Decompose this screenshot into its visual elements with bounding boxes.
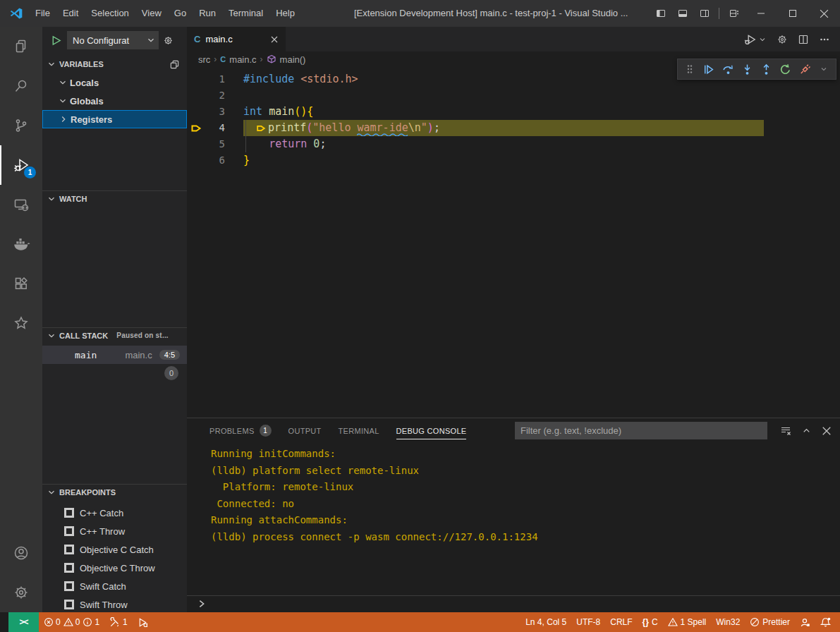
clear-console-icon[interactable] <box>780 425 791 437</box>
extensions-icon[interactable] <box>0 264 42 303</box>
debug-configuration-dropdown[interactable]: No Configurat <box>67 31 159 49</box>
disconnect-icon[interactable] <box>798 60 812 78</box>
explorer-icon[interactable] <box>0 27 42 66</box>
breakpoint-row[interactable]: Swift Throw <box>42 595 187 612</box>
toggle-panel-icon[interactable] <box>671 0 693 27</box>
menu-run[interactable]: Run <box>193 0 222 27</box>
error-icon <box>44 617 54 627</box>
stack-frame-row[interactable]: mainmain.c4:5 <box>42 346 187 364</box>
docker-icon[interactable] <box>0 224 42 264</box>
remote-indicator[interactable]: >< <box>8 612 39 632</box>
panel-tab-terminal[interactable]: TERMINAL <box>330 418 388 443</box>
split-editor-icon[interactable] <box>798 34 809 45</box>
maximize-button[interactable] <box>777 0 808 27</box>
menu-file[interactable]: File <box>29 0 56 27</box>
debug-console-filter-input[interactable] <box>515 422 767 439</box>
breadcrumb-symbol[interactable]: main() <box>280 54 306 65</box>
collapse-variables-icon[interactable] <box>169 59 180 70</box>
breakpoint-checkbox[interactable] <box>64 581 74 591</box>
code-line-3: 3int main(){ <box>187 104 840 120</box>
menu-terminal[interactable]: Terminal <box>222 0 269 27</box>
more-actions-icon[interactable] <box>819 34 830 45</box>
debug-toolbar <box>677 59 836 80</box>
variables-scope-registers[interactable]: Registers <box>42 110 187 128</box>
menu-selection[interactable]: Selection <box>85 0 135 27</box>
source-control-icon[interactable] <box>0 106 42 145</box>
breakpoint-checkbox[interactable] <box>64 545 74 554</box>
remote-explorer-icon[interactable] <box>0 185 42 224</box>
customize-layout-icon[interactable] <box>723 0 745 27</box>
minimize-button[interactable] <box>745 0 777 27</box>
variables-section-header[interactable]: VARIABLES <box>42 56 187 72</box>
step-out-icon[interactable] <box>759 60 774 78</box>
code-line-4: 4 printf("hello wamr-ide\n"); <box>187 120 840 136</box>
breadcrumb-file[interactable]: main.c <box>229 54 256 65</box>
encoding-status[interactable]: UTF-8 <box>571 612 605 632</box>
call-stack-section-header[interactable]: CALL STACK Paused on st... <box>42 327 187 343</box>
toolbar-drag-grip[interactable] <box>682 60 697 78</box>
debug-console-input[interactable] <box>187 595 840 611</box>
close-panel-icon[interactable] <box>822 426 832 436</box>
run-or-debug-button[interactable] <box>744 33 767 46</box>
panel-tab-debug-console[interactable]: DEBUG CONSOLE <box>388 418 475 443</box>
start-debugging-icon[interactable] <box>51 35 61 46</box>
continue-icon[interactable] <box>701 60 716 78</box>
maximize-panel-chevron-icon[interactable] <box>801 425 812 436</box>
breakpoint-checkbox[interactable] <box>64 508 74 518</box>
console-line: Connected: no <box>211 498 840 515</box>
run-and-debug-icon[interactable]: 1 <box>0 145 42 185</box>
toggle-secondary-sidebar-icon[interactable] <box>693 0 715 27</box>
tab-close-icon[interactable] <box>270 35 279 44</box>
line-number: 1 <box>205 71 225 87</box>
feedback-person-icon[interactable] <box>795 612 815 632</box>
close-button[interactable] <box>808 0 840 27</box>
variables-scope-locals[interactable]: Locals <box>42 73 187 92</box>
panel-tab-output[interactable]: OUTPUT <box>280 418 330 443</box>
menu-help[interactable]: Help <box>269 0 301 27</box>
restart-icon[interactable] <box>778 60 793 78</box>
debug-status-icon[interactable] <box>133 612 153 632</box>
code-editor[interactable]: 1#include <stdio.h>23int main(){4 printf… <box>187 67 840 418</box>
breakpoint-row[interactable]: C++ Catch <box>42 504 187 522</box>
breakpoint-row[interactable]: Objective C Throw <box>42 559 187 577</box>
problems-status[interactable]: 0 0 1 <box>39 612 104 632</box>
step-over-icon[interactable] <box>721 60 736 78</box>
formatter-status[interactable]: Prettier <box>745 612 795 632</box>
search-icon[interactable] <box>0 66 42 106</box>
spell-checker-status[interactable]: 1 Spell <box>663 612 712 632</box>
accounts-icon[interactable] <box>0 533 42 573</box>
problems-count-badge: 1 <box>260 425 272 437</box>
line-col-badge: 4:5 <box>159 350 180 360</box>
toggle-sidebar-icon[interactable] <box>650 0 671 27</box>
notifications-bell-icon[interactable] <box>815 612 836 632</box>
language-mode-status[interactable]: {} C <box>638 612 663 632</box>
breakpoints-section-header[interactable]: BREAKPOINTS <box>42 484 187 499</box>
menu-edit[interactable]: Edit <box>56 0 85 27</box>
open-launch-config-gear-icon[interactable] <box>163 35 174 46</box>
menu-view[interactable]: View <box>135 0 168 27</box>
wamr-extension-star-icon[interactable] <box>0 303 42 343</box>
breakpoint-row[interactable]: C++ Throw <box>42 522 187 540</box>
breakpoint-row[interactable]: Objective C Catch <box>42 540 187 559</box>
breadcrumb-folder[interactable]: src <box>198 54 210 65</box>
watch-section-header[interactable]: WATCH <box>42 190 187 206</box>
panel-tab-problems[interactable]: PROBLEMS1 <box>201 418 280 443</box>
editor-settings-gear-icon[interactable] <box>777 34 788 45</box>
breakpoint-row[interactable]: Swift Catch <box>42 577 187 595</box>
menu-go[interactable]: Go <box>168 0 193 27</box>
tools-status[interactable]: 1 <box>104 612 133 632</box>
eol-status[interactable]: CRLF <box>605 612 637 632</box>
breakpoint-checkbox[interactable] <box>64 600 74 609</box>
cursor-position-status[interactable]: Ln 4, Col 5 <box>521 612 571 632</box>
breakpoint-checkbox[interactable] <box>64 563 74 573</box>
breakpoint-checkbox[interactable] <box>64 526 74 536</box>
line-number: 2 <box>205 87 225 104</box>
variables-scope-globals[interactable]: Globals <box>42 92 187 110</box>
platform-status[interactable]: Win32 <box>711 612 745 632</box>
tab-main-c[interactable]: C main.c <box>187 27 286 51</box>
settings-gear-icon[interactable] <box>0 573 42 612</box>
step-into-icon[interactable] <box>740 60 755 78</box>
debug-session-dropdown-chevron[interactable] <box>817 60 832 78</box>
debug-console-output[interactable]: Running initCommands:(lldb) platform sel… <box>187 443 840 547</box>
console-line: Running attachCommands: <box>211 514 840 531</box>
